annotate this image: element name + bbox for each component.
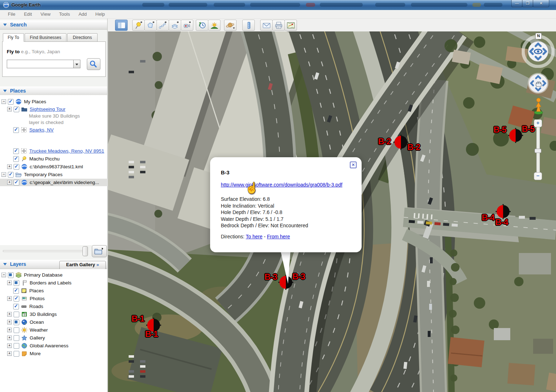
layers-item-photos[interactable]: + Photos [0, 295, 114, 302]
marker-b5[interactable] [508, 128, 523, 143]
add-path-button[interactable] [157, 20, 169, 31]
checkbox[interactable] [14, 164, 19, 170]
expander-icon[interactable]: + [7, 336, 12, 340]
checkbox[interactable] [13, 127, 19, 133]
checkbox[interactable] [14, 327, 19, 333]
zoom-handle[interactable] [535, 149, 541, 153]
item-label[interactable]: Sightseeing Tour [30, 106, 65, 112]
expander-icon[interactable]: + [7, 296, 12, 301]
checkbox[interactable] [14, 296, 19, 302]
menu-add[interactable]: Add [74, 11, 91, 18]
expander-icon[interactable]: − [1, 99, 6, 104]
expander-icon[interactable]: − [1, 273, 6, 277]
layers-item-gallery[interactable]: + Gallery [0, 334, 114, 342]
fly-to-input[interactable] [7, 60, 75, 68]
expander-icon[interactable]: + [7, 281, 12, 285]
checkbox[interactable] [8, 99, 14, 105]
save-image-button[interactable] [284, 20, 297, 31]
menu-tools[interactable]: Tools [55, 11, 74, 18]
checkbox[interactable] [8, 172, 14, 178]
maximize-button[interactable]: ❐ [522, 0, 533, 8]
places-item-my-places[interactable]: − My Places [0, 98, 109, 105]
places-item-test1-kml[interactable]: + c:\bi\dms96373\test1.kml [0, 163, 114, 170]
checkbox[interactable] [13, 304, 19, 309]
checkbox[interactable] [13, 288, 19, 294]
menu-edit[interactable]: Edit [20, 11, 36, 18]
checkbox[interactable] [14, 319, 19, 325]
checkbox[interactable] [14, 106, 19, 112]
checkbox[interactable] [14, 351, 19, 357]
places-item-geopak-kml[interactable]: + c:\geopak_alex\brim video\eng... [0, 179, 114, 186]
layers-item-more[interactable]: + More [0, 350, 114, 357]
tab-find-businesses[interactable]: Find Businesses [25, 33, 66, 42]
expander-icon[interactable]: + [7, 328, 12, 332]
places-item-truckee-meadows[interactable]: Truckee Meadows, Reno, NV 8951 [0, 147, 120, 155]
expander-icon[interactable]: + [7, 351, 12, 356]
add-placemark-button[interactable] [132, 20, 145, 31]
expander-icon[interactable]: + [7, 343, 12, 348]
record-tour-button[interactable] [181, 20, 193, 31]
add-polygon-button[interactable] [144, 20, 157, 31]
tab-directions[interactable]: Directions [67, 33, 98, 42]
expander-icon[interactable]: + [7, 107, 12, 111]
zoom-in-button[interactable]: + [534, 119, 542, 127]
item-label[interactable]: Truckee Meadows, Reno, NV 8951 [29, 148, 104, 154]
expander-icon[interactable]: + [7, 312, 12, 317]
directions-to-here-link[interactable]: To here [246, 234, 263, 239]
layers-item-roads[interactable]: Roads [0, 303, 120, 310]
tab-fly-to[interactable]: Fly To [3, 33, 24, 42]
historical-imagery-button[interactable] [196, 20, 208, 31]
compass-north-badge[interactable]: N [535, 33, 542, 39]
marker-b2[interactable] [393, 134, 409, 150]
expander-icon[interactable]: − [1, 172, 6, 177]
balloon-pdf-link[interactable]: http://www.gintsoftware.com/downloads/gr… [221, 182, 344, 188]
expander-icon[interactable]: + [7, 164, 12, 169]
checkbox[interactable] [14, 280, 19, 286]
layers-item-weather[interactable]: + Weather [0, 326, 114, 334]
expander-icon[interactable]: + [7, 180, 12, 185]
layers-item-borders-labels[interactable]: + Borders and Labels [0, 279, 114, 287]
look-joystick[interactable] [522, 35, 555, 68]
expander-icon[interactable]: + [7, 320, 12, 324]
close-button[interactable]: ✕ [533, 0, 549, 8]
places-item-sightseeing-tour[interactable]: + Sightseeing Tour [0, 105, 114, 113]
search-button[interactable] [87, 58, 100, 70]
checkbox[interactable] [14, 312, 19, 317]
toggle-sidebar-button[interactable] [115, 20, 128, 31]
minimize-button[interactable]: — [511, 0, 522, 8]
layers-item-primary-database[interactable]: − Primary Database [0, 271, 109, 279]
earth-gallery-button[interactable]: Earth Gallery » [59, 261, 106, 269]
layers-panel-header[interactable]: Layers Earth Gallery » [0, 260, 107, 269]
print-button[interactable] [272, 20, 285, 31]
opacity-slider-track[interactable] [3, 250, 85, 252]
checkbox[interactable] [14, 343, 19, 349]
places-item-machu-picchu[interactable]: Machu Picchu [0, 155, 120, 163]
ruler-button[interactable] [242, 20, 255, 31]
menu-help[interactable]: Help [91, 11, 109, 18]
layers-item-places[interactable]: Places [0, 287, 120, 294]
directions-from-here-link[interactable]: From here [267, 234, 290, 239]
zoom-out-button[interactable]: − [534, 172, 542, 180]
places-item-temporary-places[interactable]: − Temporary Places [0, 171, 109, 178]
layers-item-3d-buildings[interactable]: + 3D Buildings [0, 311, 114, 318]
add-image-overlay-button[interactable] [169, 20, 181, 31]
email-button[interactable] [260, 20, 273, 31]
checkbox[interactable] [13, 148, 19, 154]
combo-dropdown-button[interactable] [73, 60, 80, 68]
checkbox[interactable] [13, 156, 19, 162]
layers-item-global-awareness[interactable]: + Global Awareness [0, 342, 114, 349]
layers-item-ocean[interactable]: + Ocean [0, 318, 114, 326]
places-panel-header[interactable]: Places [0, 86, 107, 96]
move-joystick[interactable] [527, 72, 549, 94]
item-label[interactable]: Sparks, NV [29, 127, 54, 133]
menu-view[interactable]: View [36, 11, 55, 18]
places-item-sparks-nv[interactable]: Sparks, NV [0, 126, 120, 134]
snapshot-folder-button[interactable] [92, 245, 107, 257]
planets-button[interactable] [224, 20, 237, 31]
checkbox[interactable] [8, 272, 14, 278]
search-panel-header[interactable]: Search [0, 20, 107, 30]
street-view-pegman[interactable] [533, 97, 544, 115]
opacity-slider-handle[interactable] [83, 246, 88, 256]
checkbox[interactable] [14, 180, 19, 185]
balloon-close-button[interactable]: ✕ [350, 162, 357, 168]
